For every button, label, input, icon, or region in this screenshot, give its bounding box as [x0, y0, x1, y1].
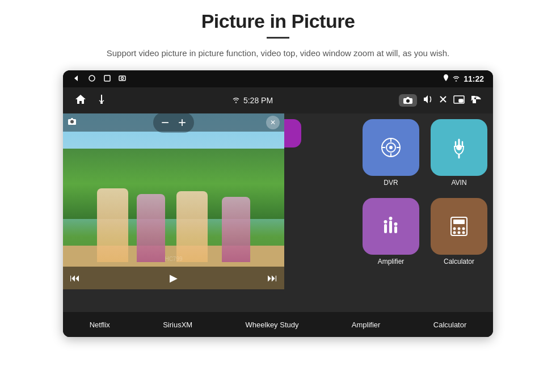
usb-icon[interactable] — [97, 94, 106, 107]
recents-icon[interactable] — [104, 75, 111, 83]
pip-top-controls: − + ✕ — [63, 113, 284, 132]
back-icon[interactable] — [72, 74, 80, 84]
svg-point-15 — [389, 146, 393, 149]
nav-time: 5:28 PM — [243, 96, 273, 105]
pip-plus-btn[interactable]: + — [178, 116, 186, 129]
amplifier-label: Amplifier — [378, 258, 405, 265]
calculator-label: Calculator — [444, 258, 474, 265]
svg-rect-3 — [119, 76, 125, 81]
dvr-icon-bg — [363, 119, 419, 176]
volume-icon[interactable] — [423, 95, 433, 106]
status-bar-left — [72, 74, 126, 84]
bottom-label-amplifier[interactable]: Amplifier — [352, 321, 381, 329]
page-wrapper: Picture in Picture Support video picture… — [0, 0, 556, 392]
home-circle-icon[interactable] — [88, 74, 96, 84]
svg-point-21 — [456, 145, 462, 150]
nav-bar-right — [399, 94, 482, 107]
nav-bar: 5:28 PM — [63, 87, 493, 113]
svg-point-34 — [458, 227, 461, 230]
screenshot-icon[interactable] — [119, 74, 126, 83]
bottom-label-calculator[interactable]: Calculator — [433, 321, 467, 329]
svg-rect-12 — [459, 99, 463, 102]
svg-rect-27 — [394, 226, 397, 233]
svg-point-36 — [453, 231, 456, 234]
svg-point-38 — [462, 231, 465, 234]
svg-point-37 — [458, 231, 461, 234]
svg-rect-2 — [104, 75, 110, 81]
calculator-icon-bg — [431, 198, 487, 255]
dvr-label: DVR — [384, 179, 398, 187]
svg-point-28 — [384, 220, 387, 224]
svg-rect-32 — [453, 220, 465, 224]
apps-row-1: DVR — [363, 119, 487, 187]
avin-icon-bg — [431, 119, 487, 176]
status-bar: 11:22 — [63, 70, 493, 87]
pip-camera-icon — [68, 117, 77, 128]
nav-back-icon[interactable] — [470, 94, 482, 107]
title-divider — [267, 37, 289, 39]
svg-point-30 — [394, 222, 398, 226]
pip-video[interactable]: HC799 − + — [63, 113, 284, 289]
page-title: Picture in Picture — [201, 10, 355, 32]
pip-close-icon: ✕ — [270, 119, 276, 127]
svg-rect-26 — [389, 221, 392, 233]
home-icon[interactable] — [74, 94, 87, 107]
svg-marker-0 — [74, 75, 78, 81]
video-scene: HC799 — [63, 113, 284, 289]
avin-label: AVIN — [451, 179, 466, 187]
camera-icon[interactable] — [399, 94, 417, 107]
nav-bar-left — [74, 94, 106, 107]
nav-bar-center: 5:28 PM — [232, 96, 273, 105]
svg-point-29 — [389, 217, 393, 220]
svg-rect-25 — [384, 224, 387, 233]
svg-point-8 — [406, 99, 410, 103]
wifi-nav-icon — [232, 96, 240, 105]
bottom-labels: Netflix SiriusXM Wheelkey Study Amplifie… — [63, 312, 493, 337]
pip-bottom-controls: ⏮ ▶ ⏭ — [63, 267, 284, 289]
svg-point-33 — [453, 227, 456, 230]
forward-btn[interactable]: ⏭ — [267, 272, 277, 284]
bottom-label-netflix[interactable]: Netflix — [90, 321, 110, 329]
close-icon[interactable] — [439, 95, 448, 106]
calculator-app[interactable]: Calculator — [431, 198, 487, 265]
pip-size-controls: − + — [153, 113, 194, 133]
location-icon — [443, 74, 449, 83]
status-time: 11:22 — [464, 74, 484, 83]
bottom-label-wheelkey[interactable]: Wheelkey Study — [246, 321, 299, 329]
play-btn[interactable]: ▶ — [170, 272, 178, 284]
rewind-btn[interactable]: ⏮ — [70, 272, 80, 284]
svg-point-4 — [121, 77, 124, 79]
amplifier-icon-bg — [363, 198, 419, 255]
device-frame: 11:22 — [63, 70, 493, 337]
pip-minus-btn[interactable]: − — [161, 116, 169, 129]
pip-icon[interactable] — [453, 95, 465, 106]
pip-close-btn[interactable]: ✕ — [266, 116, 280, 129]
status-bar-right: 11:22 — [443, 74, 484, 83]
apps-row-2: Amplifier — [363, 198, 487, 265]
apps-right: DVR — [363, 119, 487, 265]
main-content: DVR — [63, 113, 493, 337]
svg-point-35 — [462, 227, 465, 230]
watermark: HC799 — [165, 256, 182, 262]
svg-point-1 — [89, 75, 95, 81]
bottom-label-siriusxm[interactable]: SiriusXM — [163, 321, 192, 329]
dvr-app[interactable]: DVR — [363, 119, 419, 187]
amplifier-app[interactable]: Amplifier — [363, 198, 419, 265]
avin-app[interactable]: AVIN — [431, 119, 487, 187]
page-subtitle: Support video picture in picture functio… — [107, 47, 449, 60]
svg-rect-6 — [100, 102, 103, 104]
svg-point-40 — [70, 120, 74, 124]
wifi-icon — [452, 75, 460, 83]
